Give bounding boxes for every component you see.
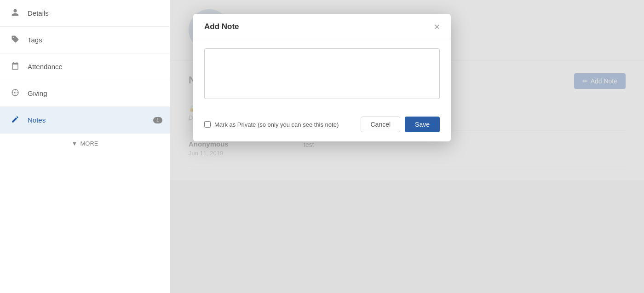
private-checkbox-label[interactable]: Mark as Private (so only you can see thi… (204, 121, 339, 128)
save-button[interactable]: Save (405, 117, 440, 132)
note-textarea[interactable] (204, 48, 440, 99)
private-label-text: Mark as Private (so only you can see thi… (214, 121, 339, 128)
modal-header: Add Note × (193, 14, 451, 39)
main-content: Kate Austen Notes ✏ Add Note 🔒 Breeze Su… (170, 0, 644, 293)
modal-body (193, 39, 451, 110)
modal-actions: Cancel Save (361, 117, 440, 132)
add-note-modal: Add Note × Mark as Private (so only you … (193, 14, 451, 141)
modal-title: Add Note (204, 22, 239, 31)
private-checkbox[interactable] (204, 121, 211, 128)
cancel-button[interactable]: Cancel (361, 117, 400, 132)
modal-footer: Mark as Private (so only you can see thi… (193, 110, 451, 141)
modal-close-button[interactable]: × (434, 22, 440, 31)
modal-backdrop: Add Note × Mark as Private (so only you … (170, 0, 644, 293)
